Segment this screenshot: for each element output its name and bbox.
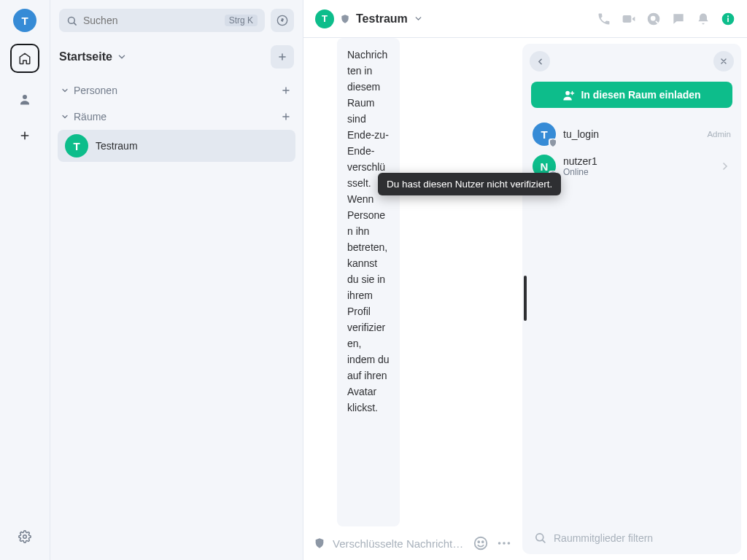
svg-point-0 <box>23 95 27 99</box>
svg-point-10 <box>475 537 487 550</box>
svg-point-15 <box>508 542 511 545</box>
search-icon <box>66 15 77 26</box>
video-icon[interactable] <box>622 12 636 26</box>
shield-icon <box>549 139 557 147</box>
svg-point-14 <box>503 542 506 545</box>
home-icon <box>18 52 31 65</box>
call-icon[interactable] <box>597 12 611 26</box>
svg-point-1 <box>23 535 27 539</box>
search-input[interactable] <box>83 15 219 26</box>
room-item-label: Testraum <box>96 140 138 152</box>
plus-icon <box>19 130 31 141</box>
svg-rect-4 <box>623 15 632 23</box>
person-icon <box>18 93 31 106</box>
svg-point-2 <box>69 17 75 23</box>
gear-icon <box>18 530 31 543</box>
nav-home[interactable] <box>10 44 39 73</box>
svg-point-17 <box>536 534 543 541</box>
emoji-icon[interactable] <box>473 535 489 551</box>
plus-icon[interactable] <box>281 112 291 122</box>
bell-icon[interactable] <box>696 12 711 26</box>
svg-point-12 <box>482 541 484 542</box>
svg-point-11 <box>478 541 479 542</box>
panel-close-button[interactable] <box>713 51 734 71</box>
section-rooms-label: Räume <box>74 111 107 122</box>
svg-point-13 <box>498 542 501 545</box>
shield-icon <box>340 14 350 24</box>
more-icon[interactable] <box>496 535 512 551</box>
room-item-testraum[interactable]: T Testraum <box>58 130 295 162</box>
section-people[interactable]: Personen <box>50 77 303 104</box>
compass-icon <box>276 15 288 26</box>
room-name: Testraum <box>356 12 408 26</box>
panel-back-button[interactable] <box>530 51 550 71</box>
invite-icon <box>562 89 575 101</box>
encryption-info: Nachrichten in diesem Raum sind Ende-zu-… <box>337 38 400 526</box>
section-rooms[interactable]: Räume <box>50 104 303 130</box>
composer-input[interactable]: Verschlüsselte Nachricht senden … <box>333 537 465 550</box>
member-status: Online <box>563 167 597 177</box>
chevron-down-icon <box>61 86 69 95</box>
plus-icon[interactable] <box>281 85 291 96</box>
invite-button[interactable]: In diesen Raum einladen <box>531 82 732 108</box>
member-row[interactable]: T tu_login Admin <box>522 118 741 150</box>
threads-icon[interactable] <box>671 12 686 26</box>
member-name: nutzer1 <box>563 155 597 167</box>
user-avatar[interactable]: T <box>13 9 36 32</box>
close-icon <box>719 57 728 66</box>
info-icon[interactable] <box>721 12 735 26</box>
home-add-button[interactable] <box>271 45 294 69</box>
explore-button[interactable] <box>271 9 294 32</box>
chevron-right-icon <box>719 160 731 172</box>
search-shortcut: Strg K <box>225 15 258 26</box>
settings-button[interactable] <box>10 522 39 551</box>
nav-add[interactable] <box>10 125 39 146</box>
svg-point-6 <box>651 15 656 20</box>
plus-icon <box>277 52 287 62</box>
search-icon <box>534 532 546 544</box>
scrollbar-thumb[interactable] <box>524 276 527 321</box>
shield-icon <box>314 537 325 549</box>
chevron-down-icon[interactable] <box>414 14 423 23</box>
filter-input[interactable]: Raummitglieder filtern <box>554 532 653 544</box>
nav-people[interactable] <box>10 85 39 114</box>
tooltip: Du hast diesen Nutzer nicht verifiziert. <box>378 173 561 195</box>
svg-point-16 <box>566 90 570 95</box>
svg-rect-8 <box>727 18 729 22</box>
chevron-down-icon <box>61 112 69 121</box>
invite-label: In diesen Raum einladen <box>581 89 700 101</box>
home-title: Startseite <box>59 50 112 63</box>
room-avatar: T <box>65 134 88 158</box>
room-header-avatar[interactable]: T <box>315 9 334 28</box>
search-box[interactable]: Strg K <box>59 9 265 32</box>
chevron-left-icon <box>535 57 545 66</box>
member-name: tu_login <box>563 128 599 140</box>
search-icon[interactable] <box>646 12 661 26</box>
chevron-down-icon[interactable] <box>117 52 127 62</box>
member-role: Admin <box>707 130 731 139</box>
svg-point-9 <box>727 15 729 17</box>
section-people-label: Personen <box>74 85 117 96</box>
